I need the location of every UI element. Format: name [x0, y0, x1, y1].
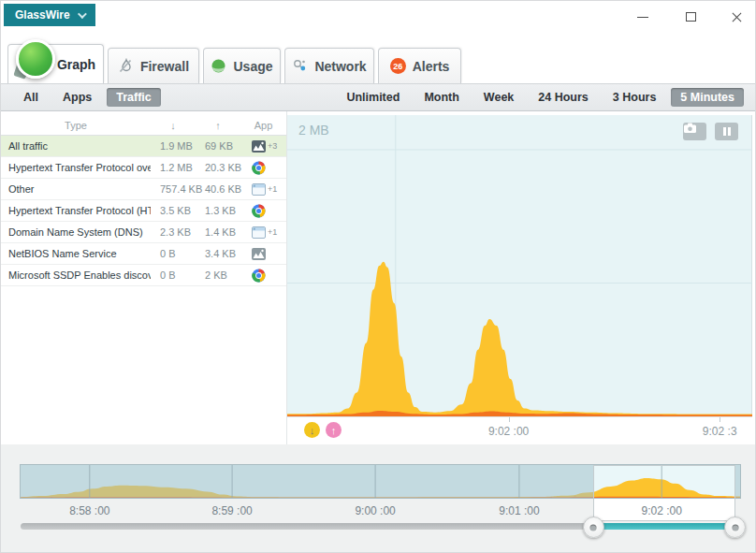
network-nodes-icon — [292, 58, 308, 74]
download-value: 0 B — [151, 248, 196, 259]
tab-label: Firewall — [140, 59, 189, 74]
table-row[interactable]: NetBIOS Name Service0 B3.4 KB — [1, 243, 286, 265]
traffic-type-label: Hypertext Transfer Protocol (HTTP) — [1, 205, 151, 216]
tab-label: Graph — [57, 57, 95, 72]
view-mode-all[interactable]: All — [14, 88, 48, 107]
app-icon-multiple-apps — [252, 140, 266, 153]
screenshot-button[interactable] — [683, 123, 706, 140]
download-value: 3.5 KB — [151, 205, 196, 216]
column-header-type[interactable]: Type — [1, 120, 151, 131]
timeline-scrollbar-selected-range[interactable] — [593, 523, 734, 530]
extra-apps-count: +1 — [268, 184, 277, 194]
upload-value: 1.3 KB — [196, 205, 240, 216]
app-icon-cell: +1 — [240, 183, 286, 196]
app-title: GlassWire — [15, 8, 70, 22]
download-value: 2.3 KB — [151, 226, 196, 238]
pause-button[interactable] — [715, 123, 738, 140]
timeline-scrollbar-track[interactable] — [21, 523, 601, 530]
timeline-tick-label: 9:01 :00 — [499, 504, 539, 517]
traffic-type-label: Microsoft SSDP Enables discover... — [1, 269, 151, 281]
timeline: 8:58 :008:59 :009:00 :009:01 :009:02 :00 — [21, 465, 740, 549]
app-icon-cell — [240, 161, 286, 175]
traffic-type-label: Other — [1, 183, 151, 195]
close-button[interactable] — [722, 5, 750, 29]
tab-label: Network — [314, 59, 366, 74]
upload-arrow-icon: ↑ — [331, 425, 337, 436]
traffic-graph[interactable]: 2 MB — [287, 115, 752, 416]
y-axis-label: 2 MB — [298, 123, 329, 138]
upload-value: 3.4 KB — [196, 248, 240, 259]
download-arrow-icon: ↓ — [310, 425, 315, 436]
app-icon-chrome — [252, 161, 266, 175]
view-mode-traffic[interactable]: Traffic — [107, 88, 161, 107]
time-range-24-hours[interactable]: 24 Hours — [529, 88, 598, 107]
app-menu-button[interactable]: GlassWire — [4, 4, 95, 26]
upload-value: 20.3 KB — [196, 162, 240, 173]
app-icon-chrome — [252, 204, 266, 218]
app-icon-cell — [240, 204, 286, 218]
firewall-flame-icon — [118, 58, 134, 74]
timeline-tick-label: 9:00 :00 — [355, 504, 395, 517]
time-tick-mark — [720, 417, 720, 422]
time-range-unlimited[interactable]: Unlimited — [337, 88, 409, 107]
table-row[interactable]: Hypertext Transfer Protocol over ...1.2 … — [1, 157, 286, 179]
maximize-icon — [686, 12, 696, 22]
column-header-app[interactable]: App — [240, 120, 286, 131]
upload-legend-toggle[interactable]: ↑ — [326, 422, 342, 438]
tab-firewall[interactable]: Firewall — [108, 48, 199, 83]
app-icon-cell — [240, 248, 286, 260]
traffic-type-label: All traffic — [1, 140, 151, 152]
table-row[interactable]: Microsoft SSDP Enables discover...0 B2 K… — [1, 265, 286, 286]
time-tick-label: 9:02 :3 — [703, 425, 737, 438]
minimize-icon — [637, 17, 648, 18]
timeline-selection[interactable] — [593, 465, 734, 521]
upload-value: 69 KB — [196, 140, 240, 152]
traffic-type-label: Domain Name System (DNS) — [1, 226, 151, 238]
tab-alerts[interactable]: 26Alerts — [378, 48, 461, 83]
download-value: 0 B — [151, 269, 196, 281]
graph-legend: ↓ ↑ — [304, 422, 342, 438]
time-tick-mark — [509, 417, 510, 422]
tab-usage[interactable]: Usage — [203, 48, 281, 83]
download-value: 757.4 KB — [151, 183, 196, 195]
minimize-button[interactable] — [629, 5, 657, 29]
column-header-down[interactable]: ↓ — [151, 120, 196, 131]
timeline-handle-right[interactable] — [724, 517, 746, 538]
time-tick-label: 9:02 :00 — [488, 425, 529, 438]
view-mode-apps[interactable]: Apps — [53, 88, 101, 107]
app-icon-cell: +1 — [240, 226, 286, 239]
time-range-week[interactable]: Week — [474, 88, 523, 107]
tab-label: Alerts — [413, 59, 450, 74]
table-row[interactable]: All traffic1.9 MB69 KB+3 — [1, 136, 286, 157]
table-row[interactable]: Hypertext Transfer Protocol (HTTP)3.5 KB… — [1, 200, 286, 222]
table-row[interactable]: Other757.4 KB40.6 KB+1 — [1, 179, 286, 200]
tab-bar: GraphFirewallUsageNetwork26Alerts — [1, 44, 756, 83]
view-mode-group: AllAppsTraffic — [14, 88, 161, 107]
graph-actions — [683, 123, 738, 140]
pause-icon — [723, 127, 731, 136]
download-value: 1.2 MB — [151, 162, 196, 173]
glasswire-logo-icon — [16, 39, 55, 79]
traffic-type-panel: Type↓↑App All traffic1.9 MB69 KB+3Hypert… — [1, 111, 286, 444]
download-legend-toggle[interactable]: ↓ — [304, 422, 320, 438]
upload-value: 2 KB — [196, 269, 240, 281]
upload-value: 1.4 KB — [196, 226, 240, 238]
table-row[interactable]: Domain Name System (DNS)2.3 KB1.4 KB+1 — [1, 222, 286, 243]
extra-apps-count: +1 — [268, 227, 277, 237]
time-range-month[interactable]: Month — [414, 88, 468, 107]
alerts-count-badge: 26 — [390, 58, 406, 74]
time-range-3-hours[interactable]: 3 Hours — [603, 88, 666, 107]
extra-apps-count: +3 — [268, 141, 277, 151]
tab-network[interactable]: Network — [284, 48, 374, 83]
tab-label: Usage — [233, 59, 272, 74]
column-header-up[interactable]: ↑ — [196, 120, 240, 131]
app-icon-cell — [240, 269, 286, 283]
timeline-tick-label: 8:58 :00 — [69, 504, 109, 517]
graph-time-axis: ↓ ↑ 9:02 :009:02 :3 — [287, 416, 752, 444]
timeline-handle-left[interactable] — [583, 517, 604, 538]
tab-graph[interactable]: Graph — [7, 44, 104, 83]
maximize-button[interactable] — [676, 5, 705, 29]
table-header: Type↓↑App — [1, 115, 286, 136]
app-icon-chrome — [252, 269, 266, 283]
time-range-5-minutes[interactable]: 5 Minutes — [671, 88, 744, 107]
